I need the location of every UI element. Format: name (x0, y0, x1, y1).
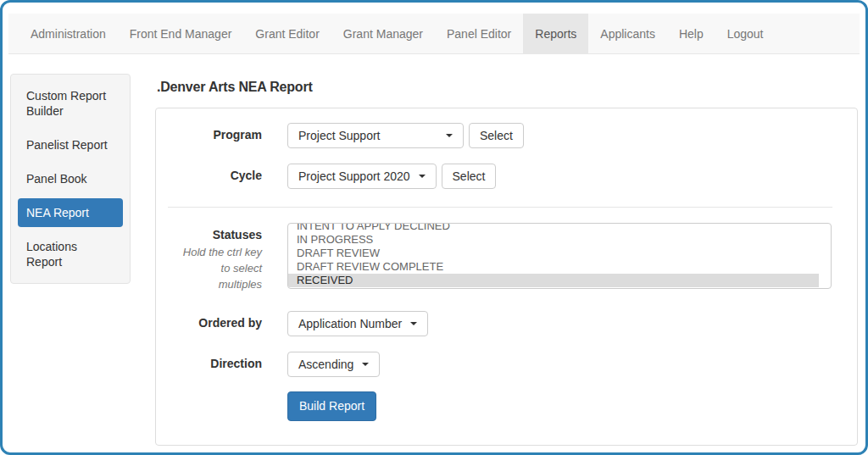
section-divider (168, 207, 832, 208)
caret-down-icon (446, 134, 453, 137)
page-title: .Denver Arts NEA Report (157, 79, 858, 96)
content-area: Custom Report Builder Panelist Report Pa… (8, 74, 860, 446)
statuses-hint: Hold the ctrl key to select multiples (156, 244, 262, 292)
status-option[interactable]: IN PROGRESS (288, 233, 819, 247)
nav-item-grant-manager[interactable]: Grant Manager (331, 14, 435, 53)
cycle-select-button[interactable]: Select (442, 164, 497, 189)
statuses-row: Statuses Hold the ctrl key to select mul… (156, 223, 844, 292)
nav-item-help[interactable]: Help (667, 14, 715, 53)
program-label-col: Program (156, 123, 262, 141)
build-report-button[interactable]: Build Report (287, 391, 376, 421)
cycle-dropdown-value: Project Support 2020 (298, 169, 410, 183)
nav-item-logout[interactable]: Logout (715, 14, 776, 53)
statuses-hint-line: Hold the ctrl key (156, 244, 262, 260)
direction-dropdown[interactable]: Ascending (287, 352, 380, 377)
statuses-label-col: Statuses Hold the ctrl key to select mul… (156, 223, 262, 292)
status-option[interactable]: DRAFT REVIEW (288, 247, 819, 260)
statuses-label: Statuses (213, 228, 262, 241)
nav-item-administration[interactable]: Administration (19, 14, 118, 53)
reports-sidebar: Custom Report Builder Panelist Report Pa… (10, 74, 131, 284)
ordered-by-dropdown-value: Application Number (298, 317, 402, 330)
sidebar-item-panel-book[interactable]: Panel Book (18, 164, 123, 193)
ordered-by-controls: Application Number (287, 311, 428, 336)
report-form-panel: Program Project Support Select (155, 108, 858, 446)
status-option-selected[interactable]: RECEIVED (288, 274, 819, 287)
sidebar-item-nea-report[interactable]: NEA Report (18, 198, 123, 227)
app-window: Administration Front End Manager Grant E… (0, 0, 868, 455)
ordered-by-label-col: Ordered by (156, 311, 262, 330)
direction-row: Direction Ascending (156, 352, 844, 377)
sidebar-item-locations-report[interactable]: Locations Report (18, 232, 123, 276)
caret-down-icon (419, 175, 426, 178)
cycle-row: Cycle Project Support 2020 Select (156, 164, 844, 189)
nav-item-panel-editor[interactable]: Panel Editor (435, 14, 523, 53)
direction-dropdown-value: Ascending (298, 358, 353, 371)
cycle-controls: Project Support 2020 Select (287, 164, 496, 189)
program-dropdown-value: Project Support (298, 129, 381, 142)
sidebar-item-custom-report-builder[interactable]: Custom Report Builder (18, 81, 123, 125)
program-controls: Project Support Select (287, 123, 524, 148)
nav-item-front-end-manager[interactable]: Front End Manager (118, 14, 244, 53)
caret-down-icon (362, 363, 369, 366)
caret-down-icon (410, 322, 417, 325)
ordered-by-label: Ordered by (198, 316, 262, 330)
sidebar-item-panelist-report[interactable]: Panelist Report (18, 130, 123, 159)
statuses-hint-line: multiples (156, 276, 262, 292)
program-dropdown[interactable]: Project Support (287, 123, 464, 148)
main-content: .Denver Arts NEA Report Program Project … (155, 74, 858, 446)
cycle-dropdown[interactable]: Project Support 2020 (287, 164, 437, 189)
ordered-by-row: Ordered by Application Number (156, 311, 844, 336)
statuses-controls: INTENT TO APPLY DECLINED IN PROGRESS DRA… (287, 223, 844, 289)
direction-controls: Ascending (287, 352, 380, 377)
nav-item-reports[interactable]: Reports (523, 14, 588, 53)
page: Administration Front End Manager Grant E… (3, 3, 865, 446)
direction-label: Direction (210, 357, 262, 370)
status-option[interactable]: INTENT TO APPLY DECLINED (288, 223, 819, 233)
top-navbar: Administration Front End Manager Grant E… (8, 14, 860, 54)
program-row: Program Project Support Select (156, 123, 844, 148)
status-option[interactable]: DRAFT REVIEW COMPLETE (288, 260, 819, 274)
program-label: Program (213, 128, 262, 141)
program-select-button[interactable]: Select (469, 123, 524, 148)
statuses-listbox[interactable]: INTENT TO APPLY DECLINED IN PROGRESS DRA… (287, 223, 832, 289)
cycle-label-col: Cycle (156, 164, 262, 182)
direction-label-col: Direction (156, 352, 262, 370)
nav-item-applicants[interactable]: Applicants (588, 14, 667, 53)
cycle-label: Cycle (231, 169, 262, 182)
nav-item-grant-editor[interactable]: Grant Editor (243, 14, 331, 53)
ordered-by-dropdown[interactable]: Application Number (287, 311, 428, 336)
statuses-hint-line: to select (156, 260, 262, 276)
